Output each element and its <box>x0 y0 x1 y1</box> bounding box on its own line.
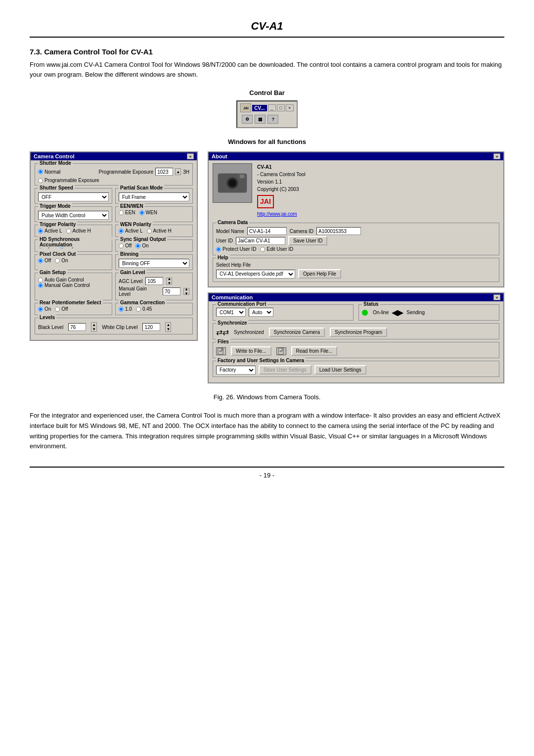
factory-select[interactable]: Factory <box>216 366 256 375</box>
write-to-file-button[interactable]: Write to File... <box>231 346 271 356</box>
section-heading: 7.3. Camera Control Tool for CV-A1 <box>30 47 504 56</box>
prog-exp-input[interactable] <box>155 168 173 176</box>
wp-active-h-radio[interactable]: Active H <box>147 228 172 234</box>
user-id-input[interactable] <box>236 237 285 245</box>
protect-user-id-label: Protect User ID <box>222 246 256 252</box>
wen-radio[interactable]: WEN <box>139 210 157 215</box>
agc-input[interactable] <box>145 277 163 285</box>
comm-titlebar: Communication × <box>209 293 503 301</box>
shutter-mode-group: Shutter Mode Normal Programmable Exposur… <box>35 163 193 186</box>
white-clip-label: White Clip Level <box>102 325 137 330</box>
partial-scan-label: Partial Scan Mode <box>119 185 164 190</box>
comm-close-button[interactable]: × <box>493 294 500 300</box>
black-level-spin[interactable]: ▲▼ <box>91 322 97 332</box>
sync-camera-button[interactable]: Synchronize Camera <box>269 328 325 337</box>
open-help-button[interactable]: Open Help File <box>298 269 341 279</box>
edit-user-id-radio[interactable]: Edit User ID <box>260 246 293 252</box>
manual-gain-input[interactable] <box>163 287 180 295</box>
load-user-button[interactable]: Load User Settings <box>314 365 366 375</box>
camera-control-dialog: Camera Control × Shutter Mode Normal <box>30 151 198 341</box>
shutter-speed-group: Shutter Speed OFF <box>35 188 112 204</box>
tp-active-l-radio[interactable]: Active L <box>38 228 62 234</box>
wp-active-h-label: Active H <box>153 228 172 234</box>
intro-text: From www.jai.com CV-A1 Camera Control To… <box>30 60 504 79</box>
close-button[interactable]: × <box>286 104 294 111</box>
auto-gain-radio[interactable]: Auto Gain Control <box>38 277 109 283</box>
white-clip-spin[interactable]: ▲▼ <box>165 322 171 332</box>
white-clip-input[interactable] <box>142 323 160 331</box>
select-help-label: Select Help File <box>216 262 496 268</box>
camera-id-input <box>316 227 361 235</box>
normal-label: Normal <box>44 169 60 175</box>
prog-exp-label: Programmable Exposure <box>99 169 154 175</box>
manual-gain-spin[interactable]: ▲▼ <box>183 288 189 295</box>
model-name-label: Model Name <box>216 229 244 234</box>
wp-active-l-label: Active L <box>125 228 143 234</box>
binning-select[interactable]: Binning OFF <box>119 259 189 268</box>
shutter-speed-select[interactable]: OFF <box>38 192 109 201</box>
sync-icons: ⇄⇄ <box>216 328 229 337</box>
status-label: Status <box>362 301 380 307</box>
tp-active-h-radio[interactable]: Active H <box>66 228 91 234</box>
een-label: EEN <box>125 210 135 215</box>
store-user-button[interactable]: Store User Settings <box>259 365 312 375</box>
minimize-button[interactable]: _ <box>268 104 276 111</box>
camera-data-group: Camera Data Model Name Camera ID User ID… <box>213 223 499 255</box>
sync-program-button[interactable]: Synchronize Program <box>330 328 387 337</box>
normal-radio[interactable]: Normal <box>38 169 60 175</box>
rp-on-radio[interactable]: On <box>38 306 51 312</box>
tp-active-l-label: Active L <box>44 228 62 234</box>
partial-scan-select[interactable]: Full Frame <box>119 192 189 201</box>
camera-id-label: Camera ID <box>290 229 313 234</box>
ss-off-label: Off <box>125 243 132 248</box>
grid-icon[interactable]: ▦ <box>255 115 266 124</box>
control-bar-widget: JAI CV... _ □ × ⚙ ▦ ? <box>236 100 297 128</box>
windows-label: Windows for all functions <box>30 138 504 145</box>
agc-spin[interactable]: ▲▼ <box>166 278 172 284</box>
rp-off-radio[interactable]: Off <box>55 306 68 312</box>
help-icon[interactable]: ? <box>267 115 278 124</box>
trigger-mode-select[interactable]: Pulse Width Control <box>38 211 109 220</box>
manual-gain-radio[interactable]: Manual Gain Control <box>38 283 109 288</box>
prog-exp-radio[interactable]: Programmable Exposure <box>38 178 189 183</box>
sending-icon: ◀▶ <box>392 308 403 317</box>
about-link[interactable]: http://www.jai.com <box>257 211 297 217</box>
camera-control-title: Camera Control <box>34 153 75 159</box>
com-port-select[interactable]: COM1 <box>216 308 246 317</box>
auto-gain-label: Auto Gain Control <box>44 277 84 283</box>
about-subtitle: - Camera Control Tool <box>257 171 306 178</box>
about-info: CV-A1 - Camera Control Tool Version 1.1 … <box>257 163 306 218</box>
page-footer: - 19 - <box>30 467 504 479</box>
sync-signal-group: Sync Signal Output Off On <box>115 239 193 252</box>
help-file-select[interactable]: CV-A1 Developers Guide.pdf <box>216 270 295 279</box>
read-from-file-button[interactable]: Read from File... <box>291 346 338 356</box>
ss-off-radio[interactable]: Off <box>119 243 132 248</box>
gain-level-label: Gain Level <box>119 270 147 275</box>
pc-on-radio[interactable]: On <box>55 258 68 263</box>
manual-gain-row: Manual Gain Level ▲▼ <box>119 286 189 297</box>
prog-exp-radio-label: Programmable Exposure <box>44 178 99 183</box>
synchronized-label: Synchronized <box>234 330 264 335</box>
settings-icon[interactable]: ⚙ <box>242 115 253 124</box>
prog-exp-spin-up[interactable]: ▲ <box>175 168 181 175</box>
about-close-button[interactable]: × <box>493 153 500 159</box>
camera-data-label: Camera Data <box>216 220 249 225</box>
pc-off-radio[interactable]: Off <box>38 258 51 263</box>
manual-gain-label: Manual Gain Control <box>44 283 90 288</box>
een-radio[interactable]: EEN <box>119 210 135 215</box>
rp-off-label: Off <box>61 306 68 312</box>
synchronize-label: Synchronize <box>216 320 248 326</box>
save-user-id-button[interactable]: Save User ID <box>288 236 327 245</box>
protect-user-id-radio[interactable]: Protect User ID <box>216 246 256 252</box>
gamma2-radio[interactable]: 0.45 <box>136 306 152 312</box>
black-level-input[interactable] <box>68 323 86 331</box>
baud-select[interactable]: Auto <box>249 308 273 317</box>
ss-on-label: On <box>142 243 148 248</box>
wp-active-l-radio[interactable]: Active L <box>119 228 143 234</box>
user-id-label: User ID <box>216 238 233 243</box>
cc-close-button[interactable]: × <box>187 153 194 159</box>
gamma1-radio[interactable]: 1.0 <box>119 306 132 312</box>
ss-on-radio[interactable]: On <box>135 243 148 248</box>
levels-label: Levels <box>38 315 56 320</box>
restore-button[interactable]: □ <box>277 104 285 111</box>
